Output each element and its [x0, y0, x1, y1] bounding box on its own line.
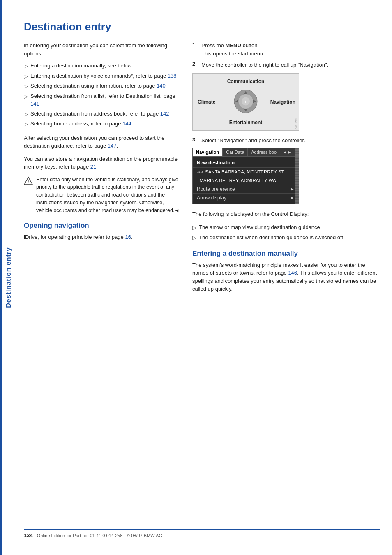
list-item-text: Selecting home address, refer to page 14…: [30, 120, 131, 128]
list-item-text: Selecting destination from a list, refer…: [30, 92, 180, 108]
section-entering-title: Entering a destination manually: [192, 250, 380, 258]
opening-nav-text: iDrive, for operating principle refer to…: [24, 233, 180, 241]
sidebar-tab-label: Destination entry: [5, 247, 12, 308]
bullet-arrow-icon: ▷: [24, 62, 28, 70]
warning-box: ! Enter data only when the vehicle is st…: [24, 176, 180, 215]
nav-menu-tabs: Navigation Car Data Address boo ◄►: [193, 148, 299, 157]
page-link-147[interactable]: 147: [108, 143, 117, 149]
step-1-text: Press the MENU button.This opens the sta…: [201, 42, 380, 58]
route-pref-label: Route preference: [197, 186, 235, 192]
page-link-146[interactable]: 146: [288, 270, 297, 276]
step-3: 3. Select "Navigation" and press the con…: [192, 136, 380, 145]
step-3-number: 3.: [192, 136, 198, 143]
page-title: Destination entry: [24, 21, 380, 33]
nav-tab-addressbook: Address boo: [248, 148, 280, 156]
step-2-number: 2.: [192, 61, 198, 67]
svg-text:!: !: [28, 180, 29, 184]
control-bullet-2-text: The destination list when destination gu…: [199, 234, 343, 242]
bullet-arrow-icon: ▷: [24, 110, 28, 118]
nav-controller: i: [233, 89, 258, 115]
page-footer: 134 Online Edition for Part no. 01 41 0 …: [24, 529, 380, 539]
nav-label-climate: Climate: [198, 99, 215, 105]
page-container: Destination entry Destination entry In e…: [0, 0, 392, 555]
nav-menu-arrow-display: Arrow display ►: [193, 194, 299, 202]
warning-icon: !: [24, 176, 33, 185]
bullet-arrow-icon: ▷: [192, 234, 196, 242]
step-3-text: Select "Navigation" and press the contro…: [201, 136, 380, 145]
nav-tab-navigation: Navigation: [193, 148, 223, 156]
nav-diagram: Communication Climate Navigation Enterta…: [192, 73, 299, 131]
list-item: ▷ Entering a destination manually, see b…: [24, 62, 180, 70]
store-nav-paragraph: You can also store a navigation destinat…: [24, 155, 180, 171]
intro-paragraph: In entering your destination you can sel…: [24, 42, 180, 58]
nav-menu-route-pref: Route preference ►: [193, 185, 299, 194]
bullet-arrow-icon: ▷: [24, 120, 28, 128]
control-bullet-1-text: The arrow or map view during destination…: [199, 223, 320, 231]
list-item: ▷ Selecting home address, refer to page …: [24, 120, 180, 128]
page-link-21[interactable]: 21: [90, 164, 96, 170]
nav-menu-body: New destination ➜➜SANTA BARBARA, MONTERR…: [193, 157, 299, 204]
page-link[interactable]: 142: [160, 111, 169, 117]
right-column: 1. Press the MENU button.This opens the …: [192, 42, 380, 521]
recent-icon: ➜➜: [197, 170, 203, 174]
svg-text:i: i: [245, 99, 246, 104]
arrow-display-arrow: ►: [290, 195, 295, 201]
nav-label-navigation: Navigation: [270, 99, 295, 105]
list-item-text: Entering a destination by voice commands…: [30, 72, 177, 80]
list-item-text: Entering a destination manually, see bel…: [30, 62, 131, 70]
nav-menu-screenshot: Navigation Car Data Address boo ◄► New d…: [192, 148, 299, 204]
page-number: 134: [24, 532, 33, 539]
left-column: In entering your destination you can sel…: [24, 42, 180, 521]
menu-bold: MENU: [226, 42, 241, 49]
arrow-display-label: Arrow display: [197, 195, 226, 201]
step-1-number: 1.: [192, 42, 198, 48]
footer-text: Online Edition for Part no. 01 41 0 014 …: [37, 533, 162, 538]
page-link[interactable]: 144: [122, 120, 131, 127]
main-content: Destination entry In entering your desti…: [16, 0, 392, 555]
bullet-arrow-icon: ▷: [24, 72, 28, 81]
list-item: ▷ Selecting destination using informatio…: [24, 82, 180, 90]
nav-tab-more: ◄►: [280, 148, 294, 156]
nav-tab-cardata: Car Data: [223, 148, 248, 156]
control-bullet-1: ▷ The arrow or map view during destinati…: [192, 223, 380, 232]
sidebar-tab: Destination entry: [0, 0, 16, 555]
page-link-16[interactable]: 16: [125, 234, 131, 240]
list-item: ▷ Selecting destination from address boo…: [24, 110, 180, 118]
step-1: 1. Press the MENU button.This opens the …: [192, 42, 380, 58]
page-link[interactable]: 138: [168, 73, 177, 79]
list-item-text: Selecting destination using information,…: [30, 82, 166, 90]
control-bullet-2: ▷ The destination list when destination …: [192, 234, 380, 242]
list-item: ▷ Selecting destination from a list, ref…: [24, 92, 180, 108]
controller-svg: i: [233, 89, 258, 113]
options-list: ▷ Entering a destination manually, see b…: [24, 62, 180, 128]
bullet-arrow-icon: ▷: [24, 92, 28, 101]
page-link[interactable]: 140: [157, 83, 166, 89]
nav-label-communication: Communication: [227, 79, 265, 84]
bullet-arrow-icon: ▷: [24, 82, 28, 90]
step-2-text: Move the controller to the right to call…: [201, 61, 380, 69]
step-2: 2. Move the controller to the right to c…: [192, 61, 380, 69]
nav-menu-recent-1: ➜➜SANTA BARBARA, MONTERREY ST: [193, 168, 299, 176]
route-pref-arrow: ►: [290, 186, 295, 192]
bullet-arrow-icon: ▷: [192, 224, 196, 232]
nav-diagram-watermark: navi_000: [295, 118, 298, 129]
entering-dest-text: The system's word-matching principle mak…: [192, 261, 380, 293]
nav-label-entertainment: Entertainment: [229, 120, 263, 125]
scrollbar: [295, 148, 299, 204]
list-item: ▷ Entering a destination by voice comman…: [24, 72, 180, 81]
warning-text: Enter data only when the vehicle is stat…: [36, 176, 180, 215]
after-select-paragraph: After selecting your destination you can…: [24, 134, 180, 150]
section-opening-title: Opening navigation: [24, 222, 180, 230]
nav-menu-recent-2: MARINA DEL REY, ADMIRALTY WA: [193, 176, 299, 185]
two-col-layout: In entering your destination you can sel…: [24, 42, 380, 521]
page-link[interactable]: 141: [30, 101, 39, 107]
control-display-text: The following is displayed on the Contro…: [192, 210, 380, 218]
nav-menu-new-destination: New destination: [193, 158, 299, 168]
control-display-bullets: ▷ The arrow or map view during destinati…: [192, 223, 380, 242]
list-item-text: Selecting destination from address book,…: [30, 110, 169, 118]
